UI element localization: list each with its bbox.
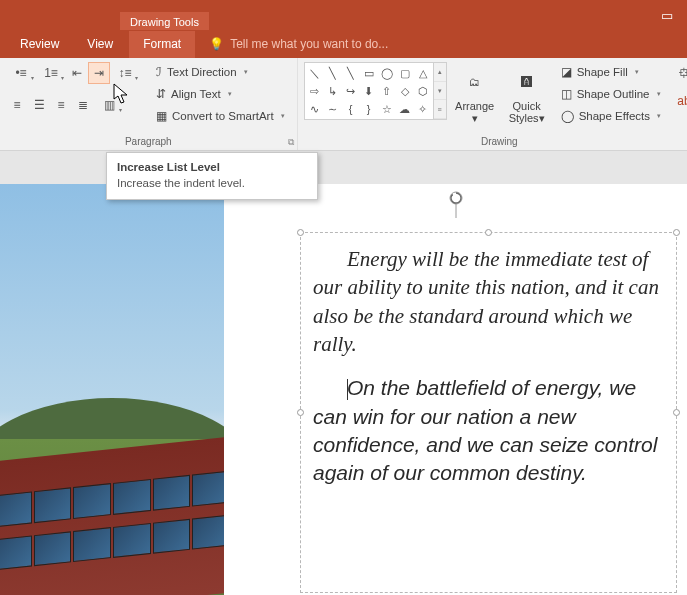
shape-effects-button[interactable]: ◯Shape Effects▾	[555, 106, 667, 126]
align-text-button[interactable]: ⇵Align Text▾	[150, 84, 291, 104]
tooltip-increase-indent: Increase List Level Increase the indent …	[106, 152, 318, 200]
lightbulb-icon: 💡	[209, 37, 224, 51]
handle-tl[interactable]	[297, 229, 304, 236]
shape-outline-label: Shape Outline	[577, 88, 650, 100]
shape-fill-button[interactable]: ◪Shape Fill▾	[555, 62, 667, 82]
align-text-label: Align Text	[171, 88, 221, 100]
shape-brace-icon[interactable]: {	[343, 101, 359, 117]
shape-line-icon[interactable]: ＼	[307, 65, 323, 81]
shape-callout-icon[interactable]: ✧	[415, 101, 431, 117]
tooltip-body: Increase the indent level.	[117, 177, 307, 189]
shapes-gallery[interactable]: ＼╲╲▭◯▢△ ⇨↳↪⬇⇧◇⬡ ∿∼{}☆☁✧	[304, 62, 434, 120]
replace-shape-button[interactable]: ab	[673, 90, 687, 112]
restore-ribbon-icon[interactable]: ▭	[661, 8, 673, 23]
shape-rect-icon[interactable]: ▭	[361, 65, 377, 81]
ribbon: •≡ 1≡ ⇤ ⇥ ↕≡ ≡ ☰ ≡ ≣ ▥ ℐText Direction▾ …	[0, 58, 687, 151]
quick-styles-icon: 🅰	[521, 64, 532, 100]
shape-line2-icon[interactable]: ╲	[325, 65, 341, 81]
shape-curve2-icon[interactable]: ∼	[325, 101, 341, 117]
align-right-button[interactable]: ≡	[50, 94, 72, 116]
align-text-icon: ⇵	[156, 87, 166, 101]
shape-hex-icon[interactable]: ⬡	[415, 83, 431, 99]
shape-fill-label: Shape Fill	[577, 66, 628, 78]
slide-canvas[interactable]: Energy will be the immediate test of our…	[224, 184, 687, 595]
title-tab-area: Drawing Tools Review View Format 💡 Tell …	[0, 0, 687, 58]
smartart-icon: ▦	[156, 109, 167, 123]
increase-indent-button[interactable]: ⇥	[88, 62, 110, 84]
justify-button[interactable]: ≣	[72, 94, 94, 116]
paragraph-2[interactable]: On the battlefield of energy, we can win…	[313, 374, 664, 487]
arrange-icon: 🗂	[469, 64, 480, 100]
photo-solar-panels	[0, 184, 224, 595]
convert-smartart-label: Convert to SmartArt	[172, 110, 274, 122]
tab-view[interactable]: View	[75, 31, 125, 58]
svg-point-0	[450, 192, 462, 204]
arrange-button[interactable]: 🗂 Arrange▾	[451, 62, 499, 124]
text-box[interactable]: Energy will be the immediate test of our…	[300, 232, 677, 593]
align-left-button[interactable]: ≡	[6, 94, 28, 116]
tooltip-title: Increase List Level	[117, 161, 307, 173]
shape-arrowd-icon[interactable]: ⬇	[361, 83, 377, 99]
selection-pane-button[interactable]: ⯐	[673, 62, 687, 84]
text-direction-icon: ℐ	[156, 65, 162, 79]
shape-arrowturn-icon[interactable]: ↪	[343, 83, 359, 99]
paragraph-dialog-launcher[interactable]: ⧉	[288, 137, 294, 148]
handle-tm[interactable]	[485, 229, 492, 236]
shape-arrowr-icon[interactable]: ⇨	[307, 83, 323, 99]
text-direction-button[interactable]: ℐText Direction▾	[150, 62, 291, 82]
shape-fill-icon: ◪	[561, 65, 572, 79]
paragraph-1[interactable]: Energy will be the immediate test of our…	[313, 245, 664, 358]
decrease-indent-button[interactable]: ⇤	[66, 62, 88, 84]
contextual-tab-label: Drawing Tools	[120, 12, 209, 30]
align-center-button[interactable]: ☰	[28, 94, 50, 116]
convert-smartart-button[interactable]: ▦Convert to SmartArt▾	[150, 106, 291, 126]
shape-triangle-icon[interactable]: △	[415, 65, 431, 81]
handle-mr[interactable]	[673, 409, 680, 416]
quick-styles-button[interactable]: 🅰 Quick Styles▾	[503, 62, 551, 124]
tell-me-search[interactable]: 💡 Tell me what you want to do...	[209, 37, 388, 51]
rotate-handle[interactable]	[447, 190, 465, 222]
tab-format[interactable]: Format	[129, 31, 195, 58]
tell-me-placeholder: Tell me what you want to do...	[230, 37, 388, 51]
shape-outline-icon: ◫	[561, 87, 572, 101]
shape-roundrect-icon[interactable]: ▢	[397, 65, 413, 81]
group-label-drawing: Drawing⧉	[298, 134, 687, 150]
shape-curve-icon[interactable]: ∿	[307, 101, 323, 117]
shape-brace2-icon[interactable]: }	[361, 101, 377, 117]
group-label-paragraph: Paragraph⧉	[0, 134, 297, 150]
work-area: Energy will be the immediate test of our…	[0, 151, 687, 595]
slide-image-left	[0, 184, 224, 595]
shape-arrowu-icon[interactable]: ⇧	[379, 83, 395, 99]
shape-outline-button[interactable]: ◫Shape Outline▾	[555, 84, 667, 104]
bullets-button[interactable]: •≡	[6, 62, 36, 84]
shape-star-icon[interactable]: ☆	[379, 101, 395, 117]
numbering-button[interactable]: 1≡	[36, 62, 66, 84]
shape-diamond-icon[interactable]: ◇	[397, 83, 413, 99]
shape-effects-icon: ◯	[561, 109, 574, 123]
columns-button[interactable]: ▥	[94, 94, 124, 116]
shape-line3-icon[interactable]: ╲	[343, 65, 359, 81]
shape-oval-icon[interactable]: ◯	[379, 65, 395, 81]
line-spacing-button[interactable]: ↕≡	[110, 62, 140, 84]
handle-ml[interactable]	[297, 409, 304, 416]
gallery-scroll[interactable]: ▴▾≡	[434, 62, 447, 120]
shape-effects-label: Shape Effects	[579, 110, 650, 122]
shape-cloud-icon[interactable]: ☁	[397, 101, 413, 117]
shape-elbow-icon[interactable]: ↳	[325, 83, 341, 99]
text-direction-label: Text Direction	[167, 66, 237, 78]
handle-tr[interactable]	[673, 229, 680, 236]
tab-review[interactable]: Review	[8, 31, 71, 58]
